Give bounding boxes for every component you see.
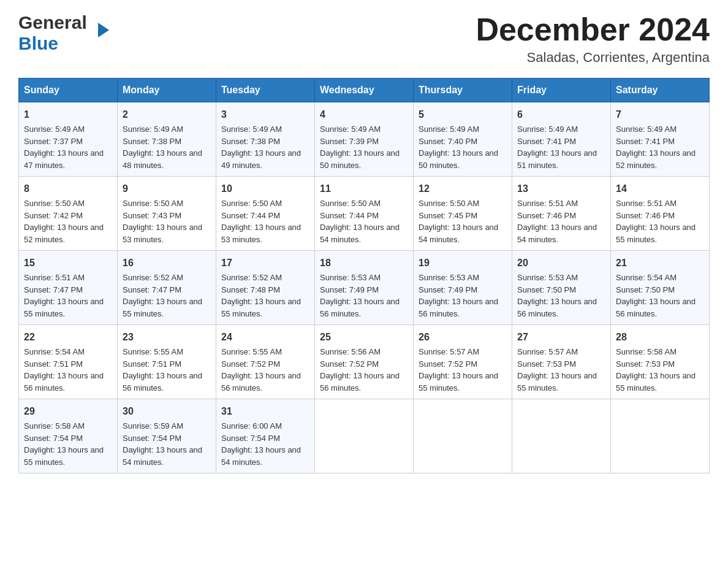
sunrise-info: Sunrise: 5:50 AM [123, 199, 183, 208]
day-number: 1 [24, 107, 112, 122]
weekday-header-row: SundayMondayTuesdayWednesdayThursdayFrid… [19, 79, 710, 102]
sunset-info: Sunset: 7:50 PM [517, 285, 576, 294]
sunset-info: Sunset: 7:37 PM [24, 137, 83, 146]
day-number: 23 [123, 330, 211, 345]
sunrise-info: Sunrise: 5:59 AM [123, 421, 183, 431]
daylight-info: Daylight: 13 hours and 56 minutes. [24, 371, 104, 393]
sunset-info: Sunset: 7:38 PM [123, 137, 181, 146]
sunset-info: Sunset: 7:54 PM [221, 434, 280, 443]
daylight-info: Daylight: 13 hours and 55 minutes. [616, 371, 696, 393]
logo-general: General [18, 12, 87, 33]
sunrise-info: Sunrise: 5:49 AM [221, 124, 282, 134]
sunset-info: Sunset: 7:47 PM [123, 285, 181, 294]
day-number: 2 [123, 107, 211, 122]
calendar-cell: 3Sunrise: 5:49 AMSunset: 7:38 PMDaylight… [216, 102, 315, 177]
sunset-info: Sunset: 7:51 PM [123, 359, 181, 369]
daylight-info: Daylight: 13 hours and 53 minutes. [221, 223, 301, 244]
calendar-week-row: 22Sunrise: 5:54 AMSunset: 7:51 PMDayligh… [19, 325, 710, 399]
daylight-info: Daylight: 13 hours and 56 minutes. [419, 297, 498, 318]
sunrise-info: Sunrise: 5:51 AM [517, 199, 578, 208]
sunrise-info: Sunrise: 5:53 AM [419, 273, 479, 282]
sunrise-info: Sunrise: 5:53 AM [320, 273, 381, 282]
calendar-cell: 21Sunrise: 5:54 AMSunset: 7:50 PMDayligh… [611, 251, 710, 325]
calendar-week-row: 1Sunrise: 5:49 AMSunset: 7:37 PMDaylight… [19, 102, 710, 177]
day-number: 13 [517, 182, 605, 196]
sunrise-info: Sunrise: 5:49 AM [419, 124, 479, 134]
calendar-cell: 7Sunrise: 5:49 AMSunset: 7:41 PMDaylight… [611, 102, 710, 177]
day-number: 15 [24, 256, 112, 270]
daylight-info: Daylight: 13 hours and 54 minutes. [123, 445, 202, 467]
sunset-info: Sunset: 7:45 PM [419, 211, 477, 220]
sunset-info: Sunset: 7:41 PM [616, 137, 675, 146]
sunset-info: Sunset: 7:44 PM [320, 211, 379, 220]
calendar-cell [315, 399, 414, 473]
calendar-week-row: 15Sunrise: 5:51 AMSunset: 7:47 PMDayligh… [19, 251, 710, 325]
weekday-header-thursday: Thursday [414, 79, 512, 102]
month-title: December 2024 [476, 12, 710, 47]
calendar-cell: 11Sunrise: 5:50 AMSunset: 7:44 PMDayligh… [315, 177, 414, 251]
sunrise-info: Sunrise: 5:52 AM [123, 273, 183, 282]
sunrise-info: Sunrise: 5:49 AM [123, 124, 183, 134]
sunset-info: Sunset: 7:39 PM [320, 137, 379, 146]
sunset-info: Sunset: 7:53 PM [616, 359, 675, 369]
calendar-cell: 15Sunrise: 5:51 AMSunset: 7:47 PMDayligh… [19, 251, 118, 325]
sunrise-info: Sunrise: 5:58 AM [24, 421, 85, 431]
calendar-cell: 9Sunrise: 5:50 AMSunset: 7:43 PMDaylight… [118, 177, 216, 251]
sunset-info: Sunset: 7:47 PM [24, 285, 83, 294]
calendar-cell: 4Sunrise: 5:49 AMSunset: 7:39 PMDaylight… [315, 102, 414, 177]
calendar-cell [512, 399, 611, 473]
calendar-cell: 19Sunrise: 5:53 AMSunset: 7:49 PMDayligh… [414, 251, 512, 325]
sunset-info: Sunset: 7:54 PM [24, 434, 83, 443]
day-number: 30 [123, 404, 211, 419]
sunrise-info: Sunrise: 6:00 AM [221, 421, 282, 431]
daylight-info: Daylight: 13 hours and 56 minutes. [320, 297, 400, 318]
day-number: 22 [24, 330, 112, 345]
day-number: 4 [320, 107, 408, 122]
calendar-cell [611, 399, 710, 473]
calendar-cell: 18Sunrise: 5:53 AMSunset: 7:49 PMDayligh… [315, 251, 414, 325]
sunset-info: Sunset: 7:38 PM [221, 137, 280, 146]
day-number: 21 [616, 256, 704, 270]
daylight-info: Daylight: 13 hours and 49 minutes. [221, 148, 301, 170]
daylight-info: Daylight: 13 hours and 47 minutes. [24, 148, 104, 170]
weekday-header-saturday: Saturday [611, 79, 710, 102]
day-number: 3 [221, 107, 309, 122]
daylight-info: Daylight: 13 hours and 53 minutes. [123, 223, 202, 244]
calendar-cell: 17Sunrise: 5:52 AMSunset: 7:48 PMDayligh… [216, 251, 315, 325]
sunset-info: Sunset: 7:43 PM [123, 211, 181, 220]
sunrise-info: Sunrise: 5:50 AM [24, 199, 85, 208]
calendar-cell: 10Sunrise: 5:50 AMSunset: 7:44 PMDayligh… [216, 177, 315, 251]
sunrise-info: Sunrise: 5:52 AM [221, 273, 282, 282]
day-number: 31 [221, 404, 309, 419]
day-number: 16 [123, 256, 211, 270]
svg-marker-0 [98, 23, 109, 37]
day-number: 17 [221, 256, 309, 270]
daylight-info: Daylight: 13 hours and 56 minutes. [221, 371, 301, 393]
calendar-cell: 22Sunrise: 5:54 AMSunset: 7:51 PMDayligh… [19, 325, 118, 399]
weekday-header-wednesday: Wednesday [315, 79, 414, 102]
calendar-cell: 2Sunrise: 5:49 AMSunset: 7:38 PMDaylight… [118, 102, 216, 177]
calendar-cell: 31Sunrise: 6:00 AMSunset: 7:54 PMDayligh… [216, 399, 315, 473]
daylight-info: Daylight: 13 hours and 56 minutes. [616, 297, 696, 318]
day-number: 26 [419, 330, 507, 345]
weekday-header-friday: Friday [512, 79, 611, 102]
daylight-info: Daylight: 13 hours and 56 minutes. [123, 371, 202, 393]
daylight-info: Daylight: 13 hours and 55 minutes. [517, 371, 597, 393]
page-header: General Blue December 2024 Saladas, Corr… [18, 12, 710, 66]
calendar-cell: 28Sunrise: 5:58 AMSunset: 7:53 PMDayligh… [611, 325, 710, 399]
daylight-info: Daylight: 13 hours and 54 minutes. [517, 223, 597, 244]
sunrise-info: Sunrise: 5:58 AM [616, 347, 677, 356]
sunset-info: Sunset: 7:42 PM [24, 211, 83, 220]
daylight-info: Daylight: 13 hours and 56 minutes. [517, 297, 597, 318]
daylight-info: Daylight: 13 hours and 54 minutes. [419, 223, 498, 244]
calendar-cell: 29Sunrise: 5:58 AMSunset: 7:54 PMDayligh… [19, 399, 118, 473]
weekday-header-tuesday: Tuesday [216, 79, 315, 102]
sunset-info: Sunset: 7:51 PM [24, 359, 83, 369]
calendar-cell: 1Sunrise: 5:49 AMSunset: 7:37 PMDaylight… [19, 102, 118, 177]
daylight-info: Daylight: 13 hours and 50 minutes. [320, 148, 400, 170]
day-number: 9 [123, 182, 211, 196]
day-number: 18 [320, 256, 408, 270]
calendar-cell: 14Sunrise: 5:51 AMSunset: 7:46 PMDayligh… [611, 177, 710, 251]
day-number: 12 [419, 182, 507, 196]
calendar-cell: 12Sunrise: 5:50 AMSunset: 7:45 PMDayligh… [414, 177, 512, 251]
